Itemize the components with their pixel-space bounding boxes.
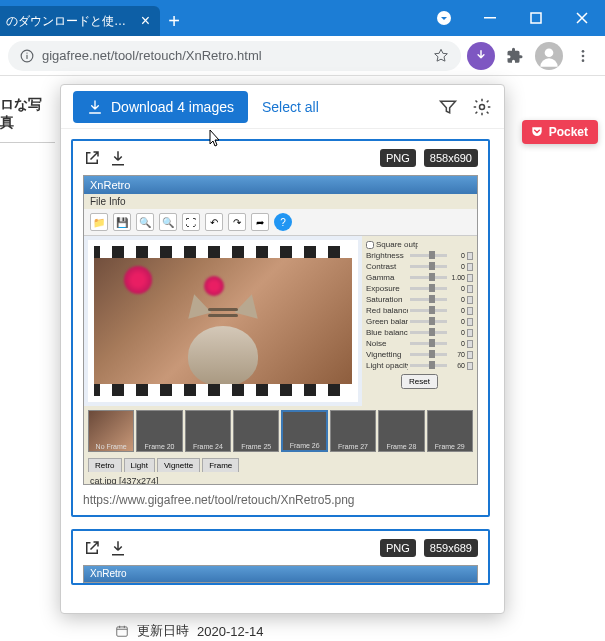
svg-point-7 bbox=[545, 48, 554, 57]
rotate-right-icon: ↷ bbox=[228, 213, 246, 231]
dimensions-badge: 858x690 bbox=[424, 149, 478, 167]
address-bar: gigafree.net/tool/retouch/XnRetro.html bbox=[0, 36, 605, 76]
gear-icon[interactable] bbox=[472, 97, 492, 117]
rotate-left-icon: ↶ bbox=[205, 213, 223, 231]
calendar-icon bbox=[115, 624, 129, 638]
screenshot-preview: XnRetro File Info 📁 💾 🔍 🔍 ⛶ ↶ ↷ ➦ ? bbox=[83, 175, 478, 485]
svg-rect-11 bbox=[117, 627, 128, 636]
zoom-in-icon: 🔍 bbox=[136, 213, 154, 231]
maximize-button[interactable] bbox=[513, 0, 559, 36]
account-indicator-icon[interactable] bbox=[421, 0, 467, 36]
image-url: https://www.gigafree.net/tool/retouch/Xn… bbox=[73, 485, 488, 515]
close-icon[interactable]: × bbox=[141, 12, 150, 30]
format-badge: PNG bbox=[380, 149, 416, 167]
image-card[interactable]: PNG 859x689 XnRetro bbox=[71, 529, 490, 585]
reset-button: Reset bbox=[401, 374, 438, 389]
profile-avatar[interactable] bbox=[535, 42, 563, 70]
app-toolbar: 📁 💾 🔍 🔍 ⛶ ↶ ↷ ➦ ? bbox=[84, 209, 477, 236]
menu-icon[interactable] bbox=[569, 42, 597, 70]
pocket-icon bbox=[530, 125, 544, 139]
app-title: XnRetro bbox=[84, 176, 477, 194]
pocket-label: Pocket bbox=[549, 125, 588, 139]
sliders-panel: Square output Brightness0 Contrast0 Gamm… bbox=[362, 236, 477, 406]
popup-toolbar: Download 4 images Select all bbox=[61, 85, 504, 129]
download-icon[interactable] bbox=[109, 539, 127, 557]
download-icon bbox=[87, 99, 103, 115]
download-button[interactable]: Download 4 images bbox=[73, 91, 248, 123]
app-menu: File Info bbox=[84, 194, 477, 209]
update-row: 更新日時 2020-12-14 bbox=[115, 622, 264, 640]
fit-icon: ⛶ bbox=[182, 213, 200, 231]
download-icon[interactable] bbox=[109, 149, 127, 167]
svg-rect-2 bbox=[531, 13, 541, 23]
window-titlebar: のダウンロードと使い方 - k × + bbox=[0, 0, 605, 36]
open-icon[interactable] bbox=[83, 539, 101, 557]
extensions-puzzle-icon[interactable] bbox=[501, 42, 529, 70]
frames-row: No Frame Frame 20 Frame 24 Frame 25 Fram… bbox=[84, 406, 477, 456]
new-tab-button[interactable]: + bbox=[160, 6, 188, 36]
update-date: 2020-12-14 bbox=[197, 624, 264, 639]
page-heading: ロな写真 bbox=[0, 86, 55, 143]
help-icon: ? bbox=[274, 213, 292, 231]
svg-point-12 bbox=[480, 104, 485, 109]
svg-point-5 bbox=[26, 52, 27, 53]
image-preview bbox=[88, 240, 358, 402]
window-close-button[interactable] bbox=[559, 0, 605, 36]
tab-title: のダウンロードと使い方 - k bbox=[6, 13, 133, 30]
site-info-icon[interactable] bbox=[20, 49, 34, 63]
svg-point-9 bbox=[582, 54, 585, 57]
open-tool-icon: 📁 bbox=[90, 213, 108, 231]
minimize-button[interactable] bbox=[467, 0, 513, 36]
url-text: gigafree.net/tool/retouch/XnRetro.html bbox=[42, 48, 262, 63]
browser-tab[interactable]: のダウンロードと使い方 - k × bbox=[0, 6, 160, 36]
screenshot-preview: XnRetro bbox=[83, 565, 478, 583]
url-field[interactable]: gigafree.net/tool/retouch/XnRetro.html bbox=[8, 41, 461, 71]
svg-point-8 bbox=[582, 50, 585, 53]
bottom-tabs: Retro Light Vignette Frame bbox=[84, 456, 477, 474]
svg-rect-4 bbox=[26, 54, 27, 58]
pocket-button[interactable]: Pocket bbox=[522, 120, 598, 144]
svg-point-10 bbox=[582, 59, 585, 62]
image-downloader-popup: Download 4 images Select all PNG 858x690… bbox=[60, 84, 505, 614]
select-all-link[interactable]: Select all bbox=[262, 99, 319, 115]
download-label: Download 4 images bbox=[111, 99, 234, 115]
update-label: 更新日時 bbox=[137, 622, 189, 640]
save-tool-icon: 💾 bbox=[113, 213, 131, 231]
share-icon: ➦ bbox=[251, 213, 269, 231]
image-card[interactable]: PNG 858x690 XnRetro File Info 📁 💾 🔍 🔍 ⛶ … bbox=[71, 139, 490, 517]
extension-icon[interactable] bbox=[467, 42, 495, 70]
zoom-out-icon: 🔍 bbox=[159, 213, 177, 231]
popup-body[interactable]: PNG 858x690 XnRetro File Info 📁 💾 🔍 🔍 ⛶ … bbox=[61, 129, 504, 613]
open-icon[interactable] bbox=[83, 149, 101, 167]
format-badge: PNG bbox=[380, 539, 416, 557]
filter-icon[interactable] bbox=[438, 97, 458, 117]
status-bar: cat.jpg [437x274] bbox=[84, 474, 477, 485]
dimensions-badge: 859x689 bbox=[424, 539, 478, 557]
svg-rect-1 bbox=[484, 17, 496, 19]
star-icon[interactable] bbox=[433, 48, 449, 64]
